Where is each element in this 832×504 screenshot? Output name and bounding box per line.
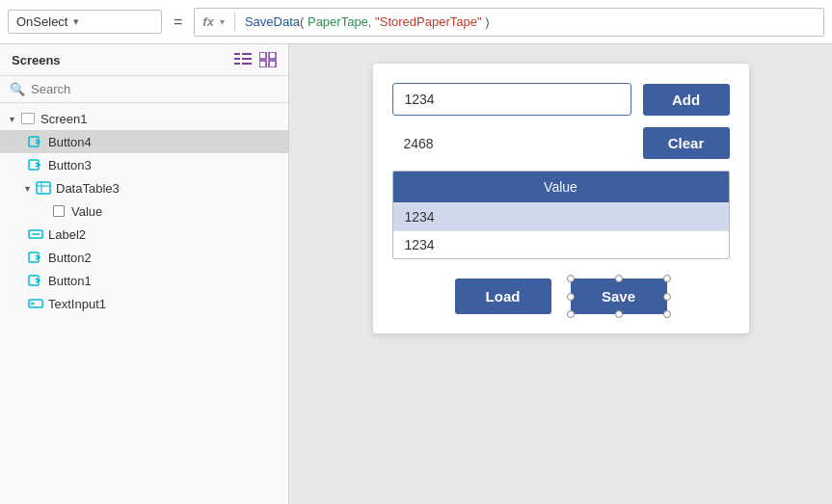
event-chevron-icon: ▾ (73, 15, 79, 28)
handle-top-left (567, 275, 575, 282)
handle-top-mid (615, 275, 623, 282)
equals-icon: = (170, 13, 186, 31)
add-button[interactable]: Add (643, 84, 730, 116)
sidebar-item-button1[interactable]: Button1 (0, 269, 288, 292)
formula-bar[interactable]: fx ▾ SaveData( PaperTape, "StoredPaperTa… (194, 8, 824, 37)
value-display: 2468 (392, 128, 631, 159)
handle-mid-right (663, 293, 671, 301)
svg-rect-19 (29, 300, 42, 307)
sidebar-icons (234, 52, 277, 67)
clear-button[interactable]: Clear (643, 127, 730, 159)
label-icon (27, 225, 44, 243)
svg-rect-18 (29, 276, 39, 285)
tree: ▾ Screen1 Button4 (0, 103, 288, 504)
svg-rect-17 (29, 252, 39, 262)
sidebar-item-screen1[interactable]: ▾ Screen1 (0, 107, 288, 130)
top-bar: OnSelect ▾ = fx ▾ SaveData( PaperTape, "… (0, 0, 832, 44)
tree-arrow-datatable3: ▾ (19, 183, 35, 194)
svg-rect-11 (29, 160, 39, 170)
table-row[interactable]: 1234 (393, 230, 729, 258)
screen-icon (19, 110, 37, 127)
handle-bottom-mid (615, 310, 623, 318)
sidebar-label-value: Value (71, 204, 102, 219)
button-icon-button2 (27, 249, 44, 266)
svg-rect-6 (259, 52, 266, 59)
app-card: Add 2468 Clear Value 1234 1234 Load Save (373, 64, 749, 333)
sidebar-label-button1: Button1 (48, 274, 92, 288)
handle-bottom-left (567, 310, 575, 318)
handle-mid-left (567, 293, 575, 301)
save-button-wrapper: Save (571, 279, 667, 314)
event-selector[interactable]: OnSelect ▾ (8, 10, 162, 34)
sidebar-item-value[interactable]: Value (0, 199, 288, 223)
save-button[interactable]: Save (571, 279, 667, 314)
sidebar-label-button2: Button2 (48, 251, 92, 265)
svg-rect-10 (29, 137, 39, 146)
sidebar-label-datatable3: DataTable3 (56, 181, 120, 196)
grid-view-icon[interactable] (259, 52, 277, 67)
sidebar-item-button2[interactable]: Button2 (0, 246, 288, 269)
event-label: OnSelect (16, 14, 67, 29)
sidebar: Screens 🔍 ▾ Screen1 (0, 44, 289, 504)
datatable-icon (35, 179, 52, 197)
formula-fx-icon: fx (202, 14, 214, 29)
tree-arrow-screen1: ▾ (4, 114, 19, 124)
handle-bottom-right (663, 310, 671, 318)
formula-divider (234, 13, 235, 32)
list-view-icon[interactable] (234, 52, 252, 67)
handle-top-right (663, 275, 671, 282)
svg-rect-8 (259, 61, 266, 67)
checkbox-icon-value (50, 202, 67, 220)
svg-rect-7 (269, 52, 276, 59)
sidebar-item-label2[interactable]: Label2 (0, 223, 288, 246)
sidebar-label-screen1: Screen1 (40, 112, 87, 126)
sidebar-title: Screens (12, 53, 61, 67)
load-button[interactable]: Load (455, 279, 551, 314)
formula-text: SaveData( PaperTape, "StoredPaperTape" ) (245, 14, 490, 29)
svg-rect-0 (234, 53, 240, 55)
formula-chevron-icon: ▾ (220, 16, 225, 27)
button-icon-button3 (27, 156, 44, 173)
table-row[interactable]: 1234 (393, 202, 729, 230)
data-table: Value 1234 1234 (392, 171, 730, 259)
svg-rect-4 (234, 63, 240, 65)
canvas-area: Add 2468 Clear Value 1234 1234 Load Save (289, 44, 832, 504)
button-icon-button4 (27, 133, 44, 150)
input-row: Add (392, 83, 730, 116)
sidebar-label-label2: Label2 (48, 227, 86, 242)
bottom-buttons: Load Save (392, 279, 730, 314)
svg-rect-1 (242, 53, 252, 55)
search-icon: 🔍 (10, 82, 25, 96)
svg-rect-5 (242, 63, 252, 65)
sidebar-item-textinput1[interactable]: TextInput1 (0, 292, 288, 315)
sidebar-header: Screens (0, 44, 288, 76)
svg-rect-3 (242, 58, 252, 60)
button-icon-button1 (27, 272, 44, 289)
table-header: Value (393, 172, 729, 202)
search-bar: 🔍 (0, 76, 288, 103)
svg-rect-9 (269, 61, 276, 67)
sidebar-item-datatable3[interactable]: ▾ DataTable3 (0, 176, 288, 199)
value-display-row: 2468 Clear (392, 127, 730, 159)
sidebar-label-button4: Button4 (48, 135, 92, 149)
textinput-icon (27, 295, 44, 312)
sidebar-item-button3[interactable]: Button3 (0, 153, 288, 176)
sidebar-item-button4[interactable]: Button4 (0, 130, 288, 153)
svg-rect-2 (234, 58, 240, 60)
search-input[interactable] (31, 82, 279, 96)
text-input-field[interactable] (392, 83, 631, 116)
sidebar-label-textinput1: TextInput1 (48, 297, 106, 311)
main-area: Screens 🔍 ▾ Screen1 (0, 44, 832, 504)
svg-rect-12 (37, 182, 50, 194)
sidebar-label-button3: Button3 (48, 158, 92, 172)
